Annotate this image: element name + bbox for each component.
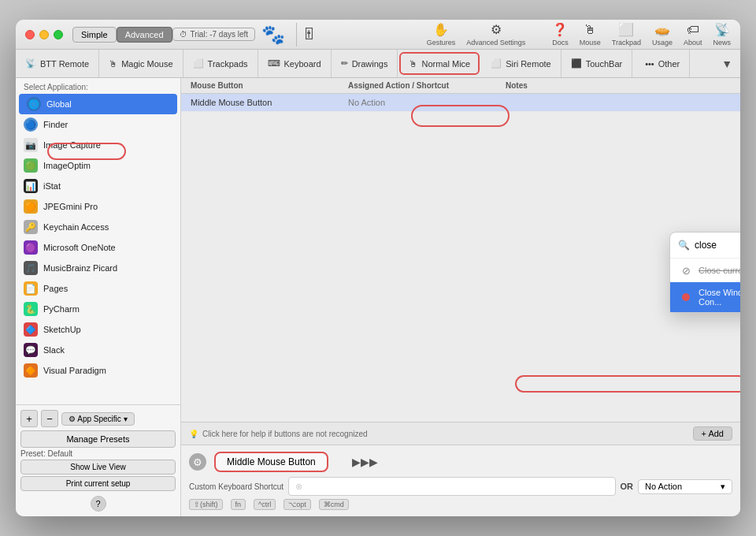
bottom-bar: 💡 Click here for help if buttons are not… [181, 422, 740, 445]
imageoptim-icon: 🟢 [24, 158, 38, 173]
app-item-global[interactable]: 🌐 Global [19, 94, 177, 114]
tab-btt-remote[interactable]: 📡 BTT Remote [16, 50, 99, 77]
add-app-button[interactable]: + [20, 410, 38, 427]
image-capture-icon: 📷 [24, 138, 38, 152]
help-button[interactable]: ? [91, 496, 106, 512]
gestures-icon: ✋ [433, 22, 449, 37]
musicbrainz-icon: 🎵 [24, 261, 38, 275]
sliders-icon[interactable]: 🎚 [302, 25, 317, 43]
app-item-onenote[interactable]: 🟣 Microsoft OneNote [16, 237, 180, 258]
app-item-finder[interactable]: 🔵 Finder [16, 114, 180, 135]
trackpad-tool[interactable]: ⬜ Trackpad [612, 22, 641, 47]
tab-other[interactable]: ••• Other [636, 50, 690, 77]
about-tool[interactable]: 🏷 About [684, 23, 702, 47]
close-button[interactable] [25, 30, 35, 39]
advanced-mode-button[interactable]: Advanced [117, 27, 172, 43]
red-dot-icon [680, 291, 692, 303]
usage-tool[interactable]: 🥧 Usage [652, 22, 673, 47]
simple-mode-button[interactable]: Simple [72, 27, 117, 43]
add-button[interactable]: + Add [693, 426, 732, 441]
lightbulb-icon: 💡 [189, 430, 198, 438]
ctrl-key[interactable]: ^ctrl [254, 499, 276, 510]
trackpad-icon: ⬜ [618, 22, 634, 37]
gestures-tool[interactable]: ✋ Gestures [427, 22, 456, 47]
th-mouse-button: Mouse Button [181, 81, 339, 90]
app-item-imageoptim[interactable]: 🟢 ImageOptim [16, 155, 180, 176]
td-action: No Action [339, 98, 496, 107]
keyboard-shortcut-input[interactable]: ⊗ [288, 477, 615, 496]
mouse-tool[interactable]: 🖱 Mouse [580, 23, 601, 47]
toolbar-divider [296, 23, 297, 47]
mouse-button-label: Middle Mouse Button [214, 452, 328, 472]
app-item-slack[interactable]: 💬 Slack [16, 340, 180, 360]
app-name-imageoptim: ImageOptim [43, 161, 91, 170]
pages-icon: 📄 [24, 281, 38, 296]
finder-icon: 🔵 [24, 117, 38, 132]
magic-mouse-label: Magic Mouse [121, 59, 172, 69]
slack-icon: 💬 [24, 343, 38, 357]
app-specific-button[interactable]: ⚙ App Specific ▾ [61, 412, 135, 426]
show-live-view-button[interactable]: Show Live View [20, 460, 176, 475]
filter-icon[interactable]: ▼ [713, 50, 740, 77]
onenote-icon: 🟣 [24, 240, 38, 255]
clock-icon: ⏱ [180, 30, 187, 39]
tab-magic-mouse[interactable]: 🖱 Magic Mouse [99, 50, 183, 77]
btt-remote-label: BTT Remote [40, 59, 89, 69]
search-input[interactable] [695, 240, 740, 251]
app-item-jpegmini[interactable]: 🟠 JPEGmini Pro [16, 196, 180, 217]
app-item-keychain[interactable]: 🔑 Keychain Access [16, 217, 180, 237]
main-window: Simple Advanced ⏱ Trial: -7 days left 🐾 … [16, 20, 740, 516]
tab-siri-remote[interactable]: ⬜ Siri Remote [481, 50, 561, 77]
maximize-button[interactable] [54, 30, 63, 39]
dropdown-item-2[interactable]: Close Window Below Cursor (Works in Miss… [670, 282, 740, 312]
cmd-key[interactable]: ⌘cmd [319, 499, 349, 510]
app-item-sketchup[interactable]: 🔷 SketchUp [16, 319, 180, 340]
shortcut-clear-icon: ⊗ [295, 482, 302, 492]
trackpad-label: Trackpad [612, 39, 641, 47]
normal-mice-label: Normal Mice [421, 59, 470, 69]
tab-drawings[interactable]: ✏ Drawings [332, 50, 398, 77]
fn-key[interactable]: fn [231, 499, 246, 510]
help-circle-icon: ❓ [552, 22, 568, 37]
minimize-button[interactable] [39, 30, 49, 39]
drawings-icon: ✏ [341, 58, 348, 69]
app-name-sketchup: SketchUp [43, 325, 81, 334]
gestures-label: Gestures [427, 39, 456, 47]
or-label: OR [621, 482, 634, 491]
dropdown-item-1[interactable]: ⊘ Close currently open Touch Bar group [670, 259, 740, 282]
app-name-istat: iStat [43, 181, 61, 191]
shift-key[interactable]: ⇧(shift) [189, 499, 223, 510]
keychain-icon: 🔑 [24, 220, 38, 234]
th-notes: Notes [496, 81, 740, 90]
btt-paw-icon[interactable]: 🐾 [261, 24, 285, 46]
app-item-pages[interactable]: 📄 Pages [16, 278, 180, 299]
tab-keyboard[interactable]: ⌨ Keyboard [258, 50, 332, 77]
tab-touch-bar[interactable]: ⬛ TouchBar [561, 50, 632, 77]
advanced-settings-icon: ⚙ [491, 22, 502, 37]
opt-key[interactable]: ⌥opt [284, 499, 311, 510]
news-tool[interactable]: 📡 News [713, 22, 731, 47]
other-dots-icon: ••• [645, 59, 654, 69]
dropdown-arrow-icon: ▾ [721, 482, 725, 492]
app-item-istat[interactable]: 📊 iStat [16, 176, 180, 196]
table-row[interactable]: Middle Mouse Button No Action [181, 94, 740, 112]
docs-tool[interactable]: ❓ Docs [552, 22, 569, 47]
traffic-lights [25, 30, 63, 39]
action-dropdown[interactable]: No Action ▾ [638, 479, 732, 494]
print-current-setup-button[interactable]: Print current setup [20, 476, 176, 491]
global-app-icon: 🌐 [27, 97, 41, 111]
app-item-visual-paradigm[interactable]: 🔶 Visual Paradigm [16, 360, 180, 381]
app-item-musicbrainz[interactable]: 🎵 MusicBrainz Picard [16, 258, 180, 278]
remove-app-button[interactable]: − [41, 410, 58, 427]
usage-label: Usage [652, 39, 673, 47]
pycharm-icon: 🐍 [24, 302, 38, 316]
no-entry-icon: ⊘ [680, 264, 692, 277]
siri-remote-label: Siri Remote [506, 59, 550, 69]
app-item-pycharm[interactable]: 🐍 PyCharm [16, 299, 180, 319]
advanced-settings-tool[interactable]: ⚙ Advanced Settings [466, 22, 525, 47]
trackpads-icon: ⬜ [193, 58, 204, 69]
tab-trackpads[interactable]: ⬜ Trackpads [183, 50, 258, 77]
tab-normal-mice[interactable]: 🖱 Normal Mice [399, 52, 480, 75]
manage-presets-button[interactable]: Manage Presets [20, 430, 176, 448]
app-item-image-capture[interactable]: 📷 Image Capture [16, 135, 180, 155]
